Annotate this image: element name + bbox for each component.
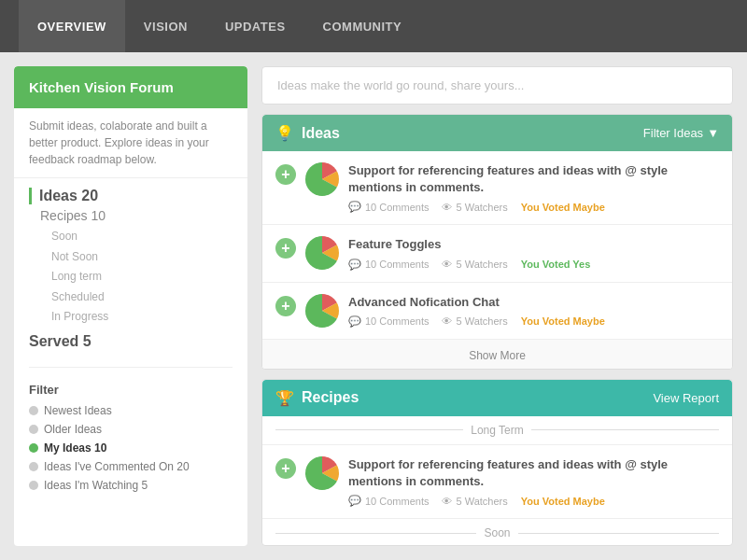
sidebar-divider xyxy=(29,367,233,368)
voted-2: You Voted Yes xyxy=(521,259,591,270)
pie-chart-2 xyxy=(305,236,339,270)
ideas-header: 💡 Ideas Filter Ideas ▼ xyxy=(262,115,732,151)
idea-body-1: Support for referencing features and ide… xyxy=(348,162,719,213)
filter-section: Filter Newest Ideas Older Ideas My Ideas… xyxy=(14,375,247,509)
filter-label: Ideas I've Commented On 20 xyxy=(44,460,190,473)
recipes-header: 🏆 Recipes View Report xyxy=(262,380,732,416)
comments-count: 10 Comments xyxy=(365,496,429,507)
view-report-button[interactable]: View Report xyxy=(653,391,719,405)
recipe-comments-1: 💬 10 Comments xyxy=(348,495,429,507)
vote-plus-3[interactable]: + xyxy=(275,296,296,316)
recipe-watchers-1: 👁 5 Watchers xyxy=(442,496,507,507)
recipe-body-1: Support for referencing features and ide… xyxy=(348,456,719,507)
filter-dot xyxy=(29,481,38,490)
filter-newest-ideas[interactable]: Newest Ideas xyxy=(29,404,233,417)
soon-label: Soon xyxy=(262,519,732,546)
watchers-1: 👁 5 Watchers xyxy=(442,202,507,213)
nav-vision[interactable]: VISION xyxy=(125,0,206,52)
eye-icon: 👁 xyxy=(442,202,452,213)
main-layout: Kitchen Vision Forum Submit ideas, colab… xyxy=(0,52,747,560)
watchers-count: 5 Watchers xyxy=(456,202,507,213)
idea-meta-2: 💬 10 Comments 👁 5 Watchers You Voted Yes xyxy=(348,259,719,271)
watchers-2: 👁 5 Watchers xyxy=(442,259,507,270)
comments-1: 💬 10 Comments xyxy=(348,201,429,213)
search-bar[interactable]: Ideas make the world go round, share you… xyxy=(261,66,733,105)
filter-title: Filter xyxy=(29,383,233,397)
filter-dot xyxy=(29,406,38,415)
ideas-count: Ideas 20 xyxy=(29,188,233,204)
filter-label: Older Ideas xyxy=(44,423,102,436)
ideas-title: Ideas xyxy=(302,125,643,142)
eye-icon: 👁 xyxy=(442,496,452,507)
watchers-3: 👁 5 Watchers xyxy=(442,315,507,327)
idea-card-3: + Advanced Nofication Chat 💬 10 Comments xyxy=(262,283,732,340)
trophy-icon: 🏆 xyxy=(275,389,294,407)
idea-card-2: + Feature Toggles 💬 10 Comments xyxy=(262,225,732,282)
status-scheduled: Scheduled xyxy=(29,287,233,308)
vote-plus-r1[interactable]: + xyxy=(275,458,296,479)
comments-count: 10 Comments xyxy=(365,315,429,327)
top-nav: OVERVIEW VISION UPDATES COMMUNITY xyxy=(0,0,747,52)
sidebar-title: Kitchen Vision Forum xyxy=(14,66,247,108)
comments-3: 💬 10 Comments xyxy=(348,315,429,328)
eye-icon: 👁 xyxy=(442,315,452,327)
filter-my-ideas[interactable]: My Ideas 10 xyxy=(29,441,233,455)
idea-title-2: Feature Toggles xyxy=(348,236,719,253)
served-count: Served 5 xyxy=(29,333,233,350)
filter-dot-active xyxy=(29,443,38,453)
status-soon: Soon xyxy=(29,227,233,247)
sidebar-stats: Ideas 20 Recipes 10 Soon Not Soon Long t… xyxy=(14,178,247,359)
right-content: Ideas make the world go round, share you… xyxy=(261,66,733,546)
filter-watching[interactable]: Ideas I'm Watching 5 xyxy=(29,479,233,492)
recipes-count: Recipes 10 xyxy=(29,208,233,223)
comments-2: 💬 10 Comments xyxy=(348,259,429,271)
watchers-count: 5 Watchers xyxy=(456,496,507,507)
bulb-icon: 💡 xyxy=(275,124,294,142)
eye-icon: 👁 xyxy=(442,259,452,270)
filter-label: Newest Ideas xyxy=(44,404,112,417)
pie-chart-r1 xyxy=(305,456,339,490)
idea-card-1: + Support for referencing features and i… xyxy=(262,151,732,225)
ideas-section: 💡 Ideas Filter Ideas ▼ + Support for ref… xyxy=(261,114,733,370)
nav-community[interactable]: COMMUNITY xyxy=(304,0,421,52)
filter-label: Ideas I'm Watching 5 xyxy=(44,479,148,492)
idea-meta-1: 💬 10 Comments 👁 5 Watchers You Voted May… xyxy=(348,201,719,213)
recipe-meta-1: 💬 10 Comments 👁 5 Watchers You Voted May… xyxy=(348,495,719,507)
sidebar-description: Submit ideas, colaborate and built a bet… xyxy=(14,108,247,178)
comment-icon: 💬 xyxy=(348,259,361,271)
voted-3: You Voted Maybe xyxy=(521,315,605,327)
idea-title-3: Advanced Nofication Chat xyxy=(348,294,719,311)
recipes-section: 🏆 Recipes View Report Long Term + Suppor… xyxy=(261,379,733,546)
vote-plus-1[interactable]: + xyxy=(275,164,296,185)
filter-commented-on[interactable]: Ideas I've Commented On 20 xyxy=(29,460,233,473)
idea-body-3: Advanced Nofication Chat 💬 10 Comments 👁… xyxy=(348,294,719,328)
filter-ideas-button[interactable]: Filter Ideas ▼ xyxy=(643,126,719,140)
filter-older-ideas[interactable]: Older Ideas xyxy=(29,423,233,436)
pie-chart-1 xyxy=(305,162,339,196)
comments-count: 10 Comments xyxy=(365,202,429,213)
recipe-card-1: + Support for referencing features and i… xyxy=(262,445,732,519)
chevron-down-icon: ▼ xyxy=(707,126,719,140)
recipe-title-1: Support for referencing features and ide… xyxy=(348,456,719,490)
recipes-title: Recipes xyxy=(302,389,653,406)
long-term-label: Long Term xyxy=(262,416,732,445)
status-in-progress: In Progress xyxy=(29,307,233,328)
sidebar: Kitchen Vision Forum Submit ideas, colab… xyxy=(14,66,247,546)
filter-dot xyxy=(29,425,38,434)
nav-updates[interactable]: UPDATES xyxy=(206,0,304,52)
idea-meta-3: 💬 10 Comments 👁 5 Watchers You Voted May… xyxy=(348,315,719,328)
pie-chart-3 xyxy=(305,294,339,328)
filter-dot xyxy=(29,462,38,471)
status-long-term: Long term xyxy=(29,267,233,287)
recipe-voted-1: You Voted Maybe xyxy=(521,496,605,507)
nav-overview[interactable]: OVERVIEW xyxy=(19,0,125,52)
comments-count: 10 Comments xyxy=(365,259,429,270)
show-more-button[interactable]: Show More xyxy=(262,340,732,370)
comment-icon: 💬 xyxy=(348,201,361,213)
voted-1: You Voted Maybe xyxy=(521,202,605,213)
filter-ideas-label: Filter Ideas xyxy=(643,126,703,140)
comment-icon: 💬 xyxy=(348,315,361,328)
idea-title-1: Support for referencing features and ide… xyxy=(348,162,719,196)
watchers-count: 5 Watchers xyxy=(456,315,507,327)
vote-plus-2[interactable]: + xyxy=(275,238,296,259)
